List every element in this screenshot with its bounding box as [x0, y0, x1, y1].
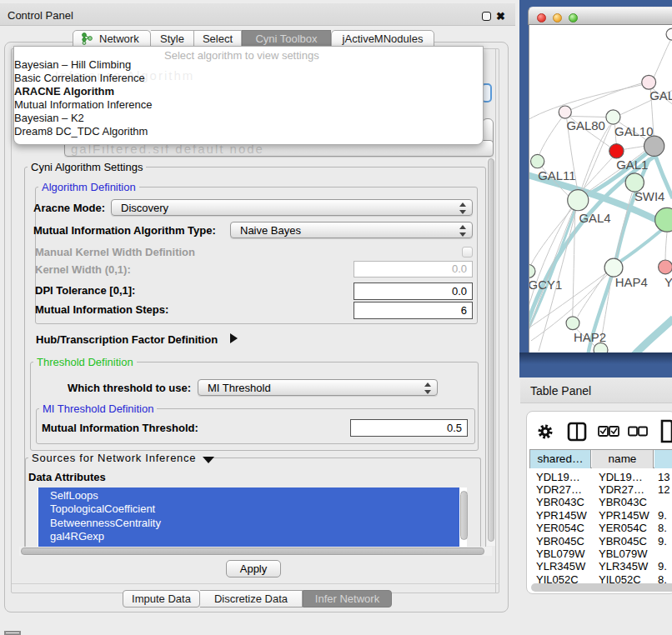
- svg-text:GAL2: GAL2: [649, 89, 672, 102]
- svg-text:GAL4: GAL4: [579, 212, 610, 225]
- svg-text:SWI4: SWI4: [634, 190, 664, 203]
- svg-text:YJL: YJL: [664, 276, 672, 289]
- svg-text:GAL10: GAL10: [614, 125, 653, 138]
- svg-text:GAL1: GAL1: [616, 158, 648, 172]
- svg-text:HAP4: HAP4: [615, 276, 648, 289]
- svg-text:HAP2: HAP2: [574, 331, 606, 344]
- svg-text:GAL11: GAL11: [538, 169, 575, 182]
- svg-text:GCY1: GCY1: [529, 278, 562, 292]
- svg-text:GAL80: GAL80: [566, 119, 604, 132]
